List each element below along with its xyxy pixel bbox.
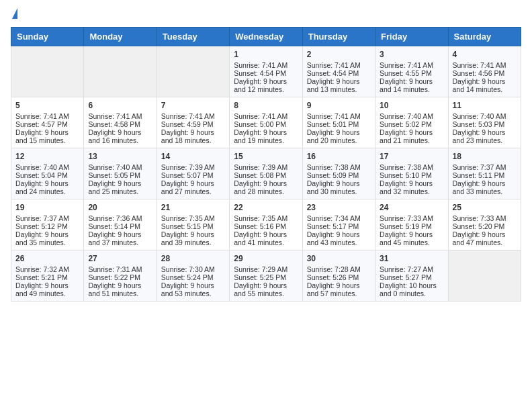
daylight-text: Daylight: 9 hours and 24 minutes. [15, 179, 79, 195]
daylight-text: Daylight: 9 hours and 30 minutes. [307, 179, 371, 195]
calendar-cell: 6Sunrise: 7:41 AMSunset: 4:58 PMDaylight… [84, 97, 157, 148]
calendar-cell: 30Sunrise: 7:28 AMSunset: 5:26 PMDayligh… [302, 250, 375, 302]
sunset-text: Sunset: 5:04 PM [15, 171, 79, 179]
daylight-text: Daylight: 9 hours and 39 minutes. [161, 230, 225, 246]
calendar-cell: 24Sunrise: 7:33 AMSunset: 5:19 PMDayligh… [375, 199, 448, 250]
sunset-text: Sunset: 4:54 PM [307, 69, 371, 77]
sunrise-text: Sunrise: 7:33 AM [453, 214, 517, 222]
daylight-text: Daylight: 9 hours and 16 minutes. [88, 128, 152, 144]
daylight-text: Daylight: 9 hours and 28 minutes. [234, 179, 298, 195]
daylight-text: Daylight: 9 hours and 23 minutes. [453, 128, 517, 144]
calendar-cell [11, 46, 84, 97]
day-number: 27 [88, 254, 152, 263]
day-number: 3 [380, 50, 443, 59]
calendar-cell: 17Sunrise: 7:38 AMSunset: 5:10 PMDayligh… [375, 148, 448, 199]
calendar-cell: 22Sunrise: 7:35 AMSunset: 5:16 PMDayligh… [230, 199, 302, 250]
daylight-text: Daylight: 9 hours and 25 minutes. [88, 179, 152, 195]
day-number: 29 [234, 254, 298, 263]
sunrise-text: Sunrise: 7:41 AM [234, 112, 298, 120]
calendar-cell: 16Sunrise: 7:38 AMSunset: 5:09 PMDayligh… [302, 148, 375, 199]
calendar-cell: 20Sunrise: 7:36 AMSunset: 5:14 PMDayligh… [84, 199, 157, 250]
sunset-text: Sunset: 4:58 PM [88, 120, 152, 128]
sunrise-text: Sunrise: 7:40 AM [380, 112, 443, 120]
calendar-cell: 13Sunrise: 7:40 AMSunset: 5:05 PMDayligh… [84, 148, 157, 199]
calendar-table: SundayMondayTuesdayWednesdayThursdayFrid… [11, 27, 521, 302]
weekday-header-row: SundayMondayTuesdayWednesdayThursdayFrid… [11, 28, 521, 46]
day-number: 5 [15, 101, 79, 110]
weekday-header-sunday: Sunday [11, 28, 84, 46]
calendar-cell: 31Sunrise: 7:27 AMSunset: 5:27 PMDayligh… [375, 250, 448, 302]
day-number: 31 [380, 254, 443, 263]
calendar-week-row: 19Sunrise: 7:37 AMSunset: 5:12 PMDayligh… [11, 199, 521, 250]
day-number: 15 [234, 152, 298, 161]
daylight-text: Daylight: 9 hours and 43 minutes. [307, 230, 371, 246]
weekday-header-monday: Monday [84, 28, 157, 46]
calendar-cell: 26Sunrise: 7:32 AMSunset: 5:21 PMDayligh… [11, 250, 84, 302]
calendar-cell: 28Sunrise: 7:30 AMSunset: 5:24 PMDayligh… [157, 250, 229, 302]
day-number: 8 [234, 101, 298, 110]
sunset-text: Sunset: 5:20 PM [453, 222, 517, 230]
daylight-text: Daylight: 9 hours and 21 minutes. [380, 128, 443, 144]
calendar-cell: 10Sunrise: 7:40 AMSunset: 5:02 PMDayligh… [375, 97, 448, 148]
day-number: 28 [161, 254, 225, 263]
sunrise-text: Sunrise: 7:41 AM [380, 61, 443, 69]
calendar-week-row: 1Sunrise: 7:41 AMSunset: 4:54 PMDaylight… [11, 46, 521, 97]
sunset-text: Sunset: 5:02 PM [380, 120, 443, 128]
sunrise-text: Sunrise: 7:38 AM [380, 163, 443, 171]
sunset-text: Sunset: 5:03 PM [453, 120, 517, 128]
day-number: 7 [161, 101, 225, 110]
sunrise-text: Sunrise: 7:30 AM [161, 265, 225, 273]
sunset-text: Sunset: 5:07 PM [161, 171, 225, 179]
sunset-text: Sunset: 5:25 PM [234, 273, 298, 281]
calendar-cell: 3Sunrise: 7:41 AMSunset: 4:55 PMDaylight… [375, 46, 448, 97]
sunrise-text: Sunrise: 7:41 AM [88, 112, 152, 120]
weekday-header-thursday: Thursday [302, 28, 375, 46]
daylight-text: Daylight: 10 hours and 0 minutes. [380, 281, 443, 298]
sunrise-text: Sunrise: 7:41 AM [453, 61, 517, 69]
sunset-text: Sunset: 5:12 PM [15, 222, 79, 230]
weekday-header-wednesday: Wednesday [230, 28, 302, 46]
sunset-text: Sunset: 5:17 PM [307, 222, 371, 230]
sunset-text: Sunset: 4:55 PM [380, 69, 443, 77]
calendar-week-row: 12Sunrise: 7:40 AMSunset: 5:04 PMDayligh… [11, 148, 521, 199]
day-number: 24 [380, 203, 443, 212]
sunrise-text: Sunrise: 7:39 AM [234, 163, 298, 171]
sunset-text: Sunset: 5:24 PM [161, 273, 225, 281]
sunset-text: Sunset: 5:16 PM [234, 222, 298, 230]
daylight-text: Daylight: 9 hours and 41 minutes. [234, 230, 298, 246]
day-number: 30 [307, 254, 371, 263]
calendar-cell: 23Sunrise: 7:34 AMSunset: 5:17 PMDayligh… [302, 199, 375, 250]
sunset-text: Sunset: 5:19 PM [380, 222, 443, 230]
daylight-text: Daylight: 9 hours and 14 minutes. [453, 77, 517, 93]
sunrise-text: Sunrise: 7:41 AM [307, 112, 371, 120]
sunrise-text: Sunrise: 7:27 AM [380, 265, 443, 273]
sunrise-text: Sunrise: 7:36 AM [88, 214, 152, 222]
calendar-cell: 15Sunrise: 7:39 AMSunset: 5:08 PMDayligh… [230, 148, 302, 199]
daylight-text: Daylight: 9 hours and 13 minutes. [307, 77, 371, 93]
day-number: 20 [88, 203, 152, 212]
daylight-text: Daylight: 9 hours and 33 minutes. [453, 179, 517, 195]
sunset-text: Sunset: 5:08 PM [234, 171, 298, 179]
day-number: 13 [88, 152, 152, 161]
calendar-cell: 19Sunrise: 7:37 AMSunset: 5:12 PMDayligh… [11, 199, 84, 250]
sunset-text: Sunset: 4:56 PM [453, 69, 517, 77]
logo [11, 11, 17, 19]
calendar-cell: 5Sunrise: 7:41 AMSunset: 4:57 PMDaylight… [11, 97, 84, 148]
calendar-cell: 11Sunrise: 7:40 AMSunset: 5:03 PMDayligh… [448, 97, 521, 148]
daylight-text: Daylight: 9 hours and 20 minutes. [307, 128, 371, 144]
calendar-week-row: 5Sunrise: 7:41 AMSunset: 4:57 PMDaylight… [11, 97, 521, 148]
daylight-text: Daylight: 9 hours and 51 minutes. [88, 281, 152, 298]
daylight-text: Daylight: 9 hours and 57 minutes. [307, 281, 371, 298]
day-number: 12 [15, 152, 79, 161]
daylight-text: Daylight: 9 hours and 14 minutes. [380, 77, 443, 93]
calendar-cell: 2Sunrise: 7:41 AMSunset: 4:54 PMDaylight… [302, 46, 375, 97]
sunrise-text: Sunrise: 7:38 AM [307, 163, 371, 171]
sunrise-text: Sunrise: 7:34 AM [307, 214, 371, 222]
calendar-cell [157, 46, 229, 97]
day-number: 9 [307, 101, 371, 110]
sunset-text: Sunset: 5:22 PM [88, 273, 152, 281]
sunset-text: Sunset: 5:09 PM [307, 171, 371, 179]
sunrise-text: Sunrise: 7:33 AM [380, 214, 443, 222]
sunset-text: Sunset: 5:10 PM [380, 171, 443, 179]
sunset-text: Sunset: 5:11 PM [453, 171, 517, 179]
